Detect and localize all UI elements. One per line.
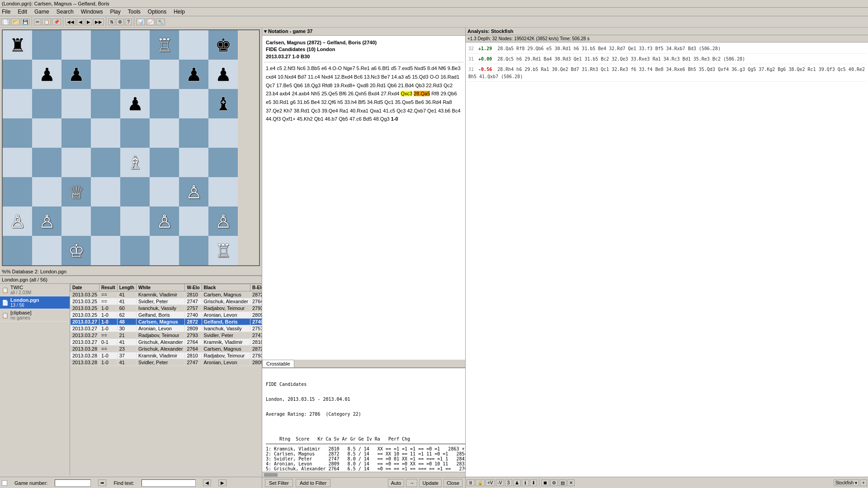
- db-sidebar-item-0[interactable]: 📋 TWIC all / 2.03M: [0, 284, 70, 296]
- square-d3[interactable]: [91, 177, 120, 206]
- square-h8[interactable]: ♚: [208, 30, 238, 60]
- square-f4[interactable]: [150, 148, 179, 177]
- square-d5[interactable]: [91, 118, 120, 148]
- col-header-white[interactable]: White: [136, 284, 184, 291]
- square-b3[interactable]: [32, 177, 61, 206]
- flip-btn[interactable]: ⇅: [108, 19, 115, 25]
- add-engine-btn[interactable]: +: [860, 479, 867, 486]
- analysis-line-2[interactable]: 31 -0.56 28.Rh4 h6 29.b5 Ra1 30.Qe2 Bd7 …: [467, 65, 866, 82]
- engine-btn[interactable]: ⚙: [116, 19, 124, 25]
- engine-select-btn[interactable]: Stockfish ▾: [834, 479, 859, 486]
- table-row[interactable]: 2013.03.281-041Svidler, Peter2747Aronian…: [71, 359, 262, 366]
- game-number-input[interactable]: [55, 479, 91, 487]
- square-c1[interactable]: ♔: [61, 236, 91, 265]
- square-g2[interactable]: [179, 206, 208, 236]
- table-row[interactable]: 2013.03.271-030Aronian, Levon2809Ivanchu…: [71, 325, 262, 332]
- crosstable-panel[interactable]: FIDE Candidates London, 2013.03.15 - 201…: [262, 368, 465, 472]
- square-f1[interactable]: [150, 236, 179, 265]
- table-row[interactable]: 2013.03.281-037Kramnik, Vladimir2810Radj…: [71, 352, 262, 359]
- square-d6[interactable]: [91, 89, 120, 118]
- db-sidebar-item-2[interactable]: 📋 [clipbase] no games: [0, 309, 70, 322]
- prev1-btn[interactable]: ◀: [77, 19, 84, 25]
- board-btn[interactable]: ♟: [513, 479, 521, 486]
- table-row[interactable]: 2013.03.25==41Svidler, Peter2747Grischuk…: [71, 298, 262, 305]
- analysis-content[interactable]: 32 +1.29 28.Qa5 Rf8 29.Qb6 e5 30.Rd1 h6 …: [466, 42, 868, 477]
- plus-v-btn[interactable]: +V: [486, 479, 495, 486]
- square-a3[interactable]: [3, 177, 32, 206]
- auto-arrow-btn[interactable]: →: [406, 479, 417, 487]
- checkbox-indicator[interactable]: [2, 480, 7, 486]
- table-row[interactable]: 2013.03.251-060Ivanchuk, Vassily2757Radj…: [71, 305, 262, 312]
- square-a6[interactable]: [3, 89, 32, 118]
- col-header-belo[interactable]: B-Elo: [250, 284, 262, 291]
- ct-player-1[interactable]: 2: Carlsen, Magnus 2872 8.5 / 14 == XX 1…: [266, 451, 462, 456]
- next-btn[interactable]: ▶▶: [93, 19, 104, 25]
- close-analysis-btn[interactable]: ✕: [567, 479, 575, 486]
- find-next-btn[interactable]: ▶: [218, 479, 226, 486]
- open-btn[interactable]: 📂: [11, 19, 20, 25]
- cut-btn[interactable]: ✂: [34, 19, 41, 25]
- square-b2[interactable]: ♙: [32, 206, 61, 236]
- square-g5[interactable]: [179, 118, 208, 148]
- analysis-line-0[interactable]: 32 +1.29 28.Qa5 Rf8 29.Qb6 e5 30.Rd1 h6 …: [467, 44, 866, 54]
- square-d4[interactable]: [91, 148, 120, 177]
- depth-input[interactable]: 3: [505, 479, 512, 486]
- copy-btn[interactable]: 📋: [42, 19, 51, 25]
- square-c4[interactable]: [61, 148, 91, 177]
- db-sidebar-item-1[interactable]: 📄 London.pgn 13 / 56: [0, 296, 70, 309]
- set-filter-btn[interactable]: Set Filter: [265, 479, 293, 487]
- chart-btn[interactable]: 📈: [146, 19, 155, 25]
- square-e6[interactable]: ♟: [120, 89, 150, 118]
- square-d2[interactable]: [91, 206, 120, 236]
- db-table-area[interactable]: DateResultLengthWhiteW-EloBlackB-EloMove…: [70, 284, 262, 475]
- table-row[interactable]: 2013.03.25==41Kramnik, Vladimir2810Carls…: [71, 291, 262, 298]
- menu-game[interactable]: Game: [34, 9, 49, 15]
- col-header-date[interactable]: Date: [71, 284, 99, 291]
- square-g1[interactable]: [179, 236, 208, 265]
- square-e2[interactable]: [120, 206, 150, 236]
- add-to-filter-btn[interactable]: Add to Filter: [296, 479, 330, 487]
- square-g7[interactable]: ♟: [179, 60, 208, 89]
- square-f3[interactable]: [150, 177, 179, 206]
- square-e5[interactable]: [120, 118, 150, 148]
- settings-btn[interactable]: ⚙: [550, 479, 558, 486]
- crosstable-hscroll[interactable]: [262, 472, 465, 477]
- ct-player-3[interactable]: 4: Aronian, Levon 2809 8.0 / 14 == =0 ==…: [266, 461, 462, 466]
- square-g4[interactable]: [179, 148, 208, 177]
- menu-edit[interactable]: Edit: [18, 9, 27, 15]
- dl-btn[interactable]: ⬇: [530, 479, 537, 486]
- square-f8[interactable]: ♖: [150, 30, 179, 60]
- square-h5[interactable]: [208, 118, 238, 148]
- col-header-length[interactable]: Length: [117, 284, 136, 291]
- menu-file[interactable]: File: [2, 9, 10, 15]
- square-f7[interactable]: [150, 60, 179, 89]
- menu-help[interactable]: Help: [174, 9, 185, 15]
- square-d1[interactable]: [91, 236, 120, 265]
- square-h4[interactable]: [208, 148, 238, 177]
- square-h2[interactable]: ♙: [208, 206, 238, 236]
- square-b7[interactable]: ♟: [32, 60, 61, 89]
- square-a4[interactable]: [3, 148, 32, 177]
- square-b4[interactable]: [32, 148, 61, 177]
- ct-player-4[interactable]: 5: Grischuk, Alexander 2764 6.5 / 14 =0 …: [266, 466, 462, 471]
- square-b6[interactable]: [32, 89, 61, 118]
- square-g8[interactable]: [179, 30, 208, 60]
- pause-btn[interactable]: ⏸: [467, 479, 475, 486]
- menu-search[interactable]: Search: [57, 9, 74, 15]
- menu-tools[interactable]: Tools: [128, 9, 141, 15]
- square-e1[interactable]: [120, 236, 150, 265]
- square-g3[interactable]: ♙: [179, 177, 208, 206]
- square-c8[interactable]: [61, 30, 91, 60]
- square-d8[interactable]: [91, 30, 120, 60]
- square-c2[interactable]: [61, 206, 91, 236]
- moves-text[interactable]: 1.e4 c5 2.Nf3 Nc6 3.Bb5 e6 4.O-O Nge7 5.…: [264, 62, 463, 125]
- col-header-welo[interactable]: W-Elo: [185, 284, 202, 291]
- update-btn[interactable]: Update: [419, 479, 441, 487]
- stop-btn[interactable]: ⏹: [541, 479, 549, 486]
- menu-options[interactable]: Options: [148, 9, 166, 15]
- table-row[interactable]: 2013.03.251-062Gelfand, Boris2740Aronian…: [71, 312, 262, 319]
- lock-btn[interactable]: 🔒: [476, 479, 485, 486]
- next1-btn[interactable]: ▶: [85, 19, 92, 25]
- square-e7[interactable]: [120, 60, 150, 89]
- prev-btn[interactable]: ◀◀: [65, 19, 76, 25]
